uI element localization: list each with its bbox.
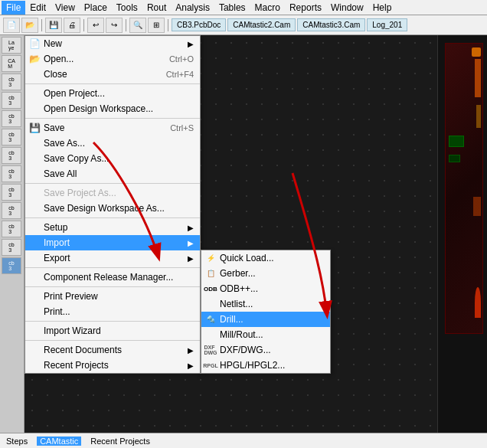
submenu-drill[interactable]: 🔩 Drill... xyxy=(201,312,330,327)
left-sidebar: Laye CAM cb3 cb3 cb3 cb3 cb3 cb3 cb3 cb3… xyxy=(0,35,25,433)
sidebar-cb3-9[interactable]: cb3 xyxy=(2,221,21,237)
file-menu-dropdown: 📄 New ▶ 📂 Open... Ctrl+O Close Ctrl+F4 O… xyxy=(25,35,201,374)
quick-load-icon: ⚡ xyxy=(204,252,217,264)
sidebar-cb3-1[interactable]: cb3 xyxy=(2,74,21,90)
submenu-netlist[interactable]: Netlist... xyxy=(201,296,330,312)
sidebar-cb3-6[interactable]: cb3 xyxy=(2,165,21,182)
main-area: Laye CAM cb3 cb3 cb3 cb3 cb3 cb3 cb3 cb3… xyxy=(0,35,487,433)
submenu-odb[interactable]: ODB ODB++... xyxy=(201,281,330,296)
sidebar-layers[interactable]: Laye xyxy=(2,37,21,54)
sep1 xyxy=(25,83,200,84)
submenu-quick-load[interactable]: ⚡ Quick Load... xyxy=(201,250,330,266)
toolbar-sep1 xyxy=(41,19,42,31)
dxf-icon: DXFDWG xyxy=(204,344,217,356)
menu-bar: File Edit View Place Tools Rout Analysis… xyxy=(0,0,487,15)
tab-log[interactable]: Log_201 xyxy=(367,18,407,31)
menu-item-save-project-as[interactable]: Save Project As... xyxy=(25,185,200,201)
sidebar-cam[interactable]: CAM xyxy=(2,55,21,72)
sidebar-cb3-4[interactable]: cb3 xyxy=(2,129,21,146)
menu-place[interactable]: Place xyxy=(80,1,112,15)
submenu-hpgl[interactable]: RPGL HPGL/HPGL2... xyxy=(201,358,330,373)
menu-item-save-as[interactable]: Save As... xyxy=(25,136,200,151)
toolbar-redo[interactable]: ↪ xyxy=(106,18,123,33)
menu-item-new[interactable]: 📄 New ▶ xyxy=(25,36,200,51)
sidebar-cb3-3[interactable]: cb3 xyxy=(2,110,21,127)
toolbar-print[interactable]: 🖨 xyxy=(64,18,80,33)
menu-item-print[interactable]: Print... xyxy=(25,304,200,319)
toolbar-new[interactable]: 📄 xyxy=(3,18,20,33)
gerber-icon: 📋 xyxy=(204,267,217,280)
toolbar: 📄 📂 💾 🖨 ↩ ↪ 🔍 ⊞ CB3.PcbDoc CAMtastic2.Ca… xyxy=(0,15,487,35)
sep6 xyxy=(25,286,200,287)
menu-analysis[interactable]: Analysis xyxy=(171,1,214,15)
menu-item-import[interactable]: Import ▶ xyxy=(25,235,200,250)
sep4 xyxy=(25,217,200,218)
sidebar-cb3-8[interactable]: cb3 xyxy=(2,202,21,219)
menu-item-export[interactable]: Export ▶ xyxy=(25,250,200,266)
menu-item-close[interactable]: Close Ctrl+F4 xyxy=(25,67,200,82)
menu-item-save-copy-as[interactable]: Save Copy As... xyxy=(25,151,200,166)
menu-item-setup[interactable]: Setup ▶ xyxy=(25,220,200,235)
new-icon: 📄 xyxy=(28,38,41,50)
submenu-mill-rout[interactable]: Mill/Rout... xyxy=(201,327,330,342)
sidebar-cb3-active[interactable]: cb3 xyxy=(2,257,21,274)
toolbar-sep2 xyxy=(83,19,84,31)
toolbar-undo[interactable]: ↩ xyxy=(87,18,104,33)
sep7 xyxy=(25,321,200,322)
menu-item-component-release[interactable]: Component Release Manager... xyxy=(25,270,200,285)
submenu-gerber[interactable]: 📋 Gerber... xyxy=(201,266,330,281)
menu-item-save-all[interactable]: Save All xyxy=(25,166,200,181)
toolbar-save[interactable]: 💾 xyxy=(45,18,62,33)
menu-tables[interactable]: Tables xyxy=(214,1,250,15)
menu-reports[interactable]: Reports xyxy=(285,1,326,15)
sep8 xyxy=(25,340,200,341)
menu-item-open-workspace[interactable]: Open Design Workspace... xyxy=(25,101,200,116)
open-icon: 📂 xyxy=(28,53,41,65)
menu-file[interactable]: File xyxy=(2,1,25,15)
submenu-dxf-dwg[interactable]: DXFDWG DXF/DWG... xyxy=(201,342,330,358)
menu-item-open[interactable]: 📂 Open... Ctrl+O xyxy=(25,51,200,67)
sidebar-cb3-2[interactable]: cb3 xyxy=(2,92,21,109)
toolbar-fit[interactable]: ⊞ xyxy=(148,18,165,33)
toolbar-zoom[interactable]: 🔍 xyxy=(129,18,146,33)
toolbar-sep4 xyxy=(168,19,168,31)
hpgl-icon: RPGL xyxy=(204,359,217,371)
sidebar-cb3-5[interactable]: cb3 xyxy=(2,147,21,164)
toolbar-sep3 xyxy=(126,19,126,31)
save-icon: 💾 xyxy=(28,122,41,134)
drill-icon: 🔩 xyxy=(204,313,217,325)
tab-cam3[interactable]: CAMtastic3.Cam xyxy=(297,18,365,31)
menu-item-open-project[interactable]: Open Project... xyxy=(25,86,200,101)
toolbar-open[interactable]: 📂 xyxy=(21,18,38,33)
menu-item-recent-documents[interactable]: Recent Documents ▶ xyxy=(25,342,200,358)
menu-window[interactable]: Window xyxy=(326,1,368,15)
sep5 xyxy=(25,267,200,268)
menu-item-save[interactable]: 💾 Save Ctrl+S xyxy=(25,120,200,136)
canvas-area: 📄 New ▶ 📂 Open... Ctrl+O Close Ctrl+F4 O… xyxy=(25,35,487,433)
menu-view[interactable]: View xyxy=(51,1,80,15)
sidebar-cb3-7[interactable]: cb3 xyxy=(2,184,21,201)
menu-item-import-wizard[interactable]: Import Wizard xyxy=(25,323,200,338)
menu-edit[interactable]: Edit xyxy=(25,1,51,15)
status-camtastic[interactable]: CAMtastic xyxy=(37,437,81,446)
menu-item-print-preview[interactable]: Print Preview xyxy=(25,289,200,304)
status-recent-projects[interactable]: Recent Projects xyxy=(87,437,153,446)
menu-item-save-workspace-as[interactable]: Save Design Workspace As... xyxy=(25,201,200,216)
menu-rout[interactable]: Rout xyxy=(142,1,171,15)
menu-help[interactable]: Help xyxy=(368,1,397,15)
sep3 xyxy=(25,183,200,184)
tab-cam2[interactable]: CAMtastic2.Cam xyxy=(227,18,296,31)
sep2 xyxy=(25,118,200,119)
menu-item-recent-projects[interactable]: Recent Projects ▶ xyxy=(25,358,200,373)
status-steps[interactable]: Steps xyxy=(3,437,31,446)
odb-icon: ODB xyxy=(204,283,217,295)
import-submenu: ⚡ Quick Load... 📋 Gerber... ODB ODB++...… xyxy=(201,250,331,374)
menu-macro[interactable]: Macro xyxy=(250,1,285,15)
tab-cb3[interactable]: CB3.PcbDoc xyxy=(172,18,226,31)
sidebar-cb3-10[interactable]: cb3 xyxy=(2,239,21,256)
menu-tools[interactable]: Tools xyxy=(112,1,142,15)
status-bar: Steps CAMtastic Recent Projects xyxy=(0,433,487,448)
dropdown-container: 📄 New ▶ 📂 Open... Ctrl+O Close Ctrl+F4 O… xyxy=(25,35,201,374)
